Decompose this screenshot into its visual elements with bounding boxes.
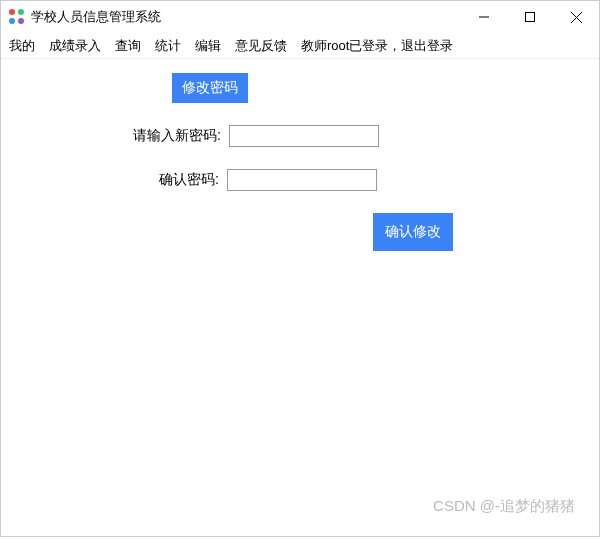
confirm-password-input[interactable]	[227, 169, 377, 191]
confirm-change-button[interactable]: 确认修改	[373, 213, 453, 251]
section-title: 修改密码	[172, 73, 248, 103]
menu-query[interactable]: 查询	[115, 37, 141, 55]
content-area: 修改密码 请输入新密码: 确认密码: 确认修改	[1, 59, 599, 536]
menu-login-status[interactable]: 教师root已登录，退出登录	[301, 37, 453, 55]
app-icon	[9, 9, 25, 25]
confirm-password-row: 确认密码:	[159, 169, 377, 191]
minimize-button[interactable]	[461, 1, 507, 33]
menubar: 我的 成绩录入 查询 统计 编辑 意见反馈 教师root已登录，退出登录	[1, 33, 599, 59]
close-button[interactable]	[553, 1, 599, 33]
menu-edit[interactable]: 编辑	[195, 37, 221, 55]
window-title: 学校人员信息管理系统	[31, 8, 161, 26]
minimize-icon	[479, 12, 489, 22]
svg-rect-1	[526, 13, 535, 22]
new-password-row: 请输入新密码:	[133, 125, 379, 147]
confirm-password-label: 确认密码:	[159, 171, 219, 189]
menu-mine[interactable]: 我的	[9, 37, 35, 55]
window-controls	[461, 1, 599, 33]
close-icon	[571, 12, 582, 23]
titlebar-left: 学校人员信息管理系统	[9, 8, 161, 26]
titlebar: 学校人员信息管理系统	[1, 1, 599, 33]
menu-feedback[interactable]: 意见反馈	[235, 37, 287, 55]
app-window: 学校人员信息管理系统 我的 成绩录入 查询 统计 编辑 意见反馈 教师root已…	[0, 0, 600, 537]
new-password-input[interactable]	[229, 125, 379, 147]
menu-grade-entry[interactable]: 成绩录入	[49, 37, 101, 55]
maximize-button[interactable]	[507, 1, 553, 33]
new-password-label: 请输入新密码:	[133, 127, 221, 145]
menu-stats[interactable]: 统计	[155, 37, 181, 55]
maximize-icon	[525, 12, 535, 22]
